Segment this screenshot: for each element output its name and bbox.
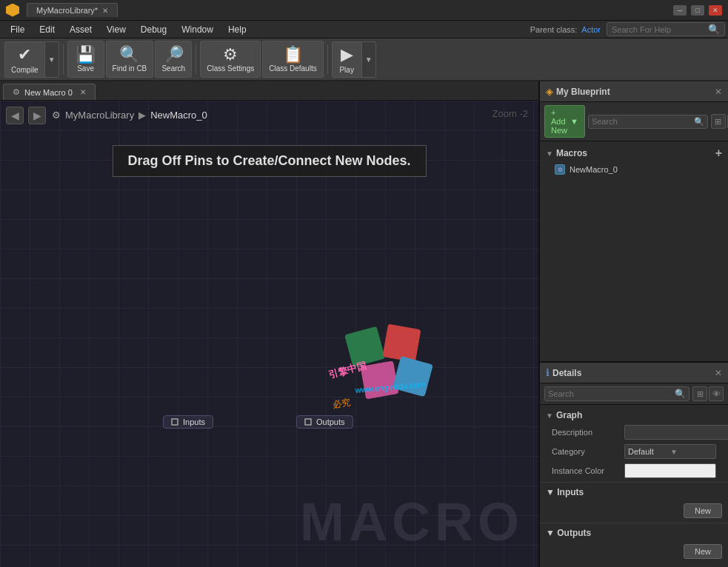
ue-logo-icon bbox=[6, 4, 19, 17]
class-defaults-label: Class Defaults bbox=[269, 64, 316, 73]
instance-color-picker[interactable] bbox=[624, 463, 716, 478]
main-area: ⚙ New Macro 0 ✕ ◀ ▶ ⚙ MyMacroLibrary ▶ N… bbox=[0, 81, 728, 567]
details-search-box[interactable]: 🔍 bbox=[544, 386, 689, 401]
graph-section-header[interactable]: ▼ Graph bbox=[540, 408, 728, 423]
save-icon: 💾 bbox=[76, 47, 96, 63]
description-input[interactable] bbox=[624, 425, 728, 440]
svg-text:www.enginedx.com: www.enginedx.com bbox=[354, 380, 425, 395]
find-in-cb-button[interactable]: 🔍 Find in CB bbox=[106, 41, 154, 78]
outputs-node-icon bbox=[304, 418, 312, 426]
new-outputs-button[interactable]: New bbox=[684, 544, 722, 559]
find-icon: 🔍 bbox=[119, 47, 139, 63]
close-button[interactable]: ✕ bbox=[709, 5, 722, 16]
menu-file[interactable]: File bbox=[3, 23, 32, 36]
nav-arrows: ◀ ▶ bbox=[6, 107, 46, 124]
class-defaults-icon: 📋 bbox=[283, 47, 303, 63]
menu-edit[interactable]: Edit bbox=[32, 23, 62, 36]
save-button[interactable]: 💾 Save bbox=[67, 41, 104, 78]
menu-debug[interactable]: Debug bbox=[133, 23, 174, 36]
compile-icon: ✔ bbox=[18, 45, 31, 64]
category-value: Default bbox=[628, 447, 670, 456]
blueprint-grid-view-button[interactable]: ⊞ bbox=[711, 114, 726, 129]
graph-section-label: Graph bbox=[556, 410, 582, 420]
outputs-node[interactable]: Outputs bbox=[296, 415, 353, 429]
watermark-tiles: 引擎中国 www.enginedx.com 必究 bbox=[289, 323, 467, 426]
inputs-node-label: Inputs bbox=[183, 417, 205, 426]
tab-close-icon[interactable]: ✕ bbox=[102, 7, 108, 15]
canvas-tab-close-icon[interactable]: ✕ bbox=[80, 88, 86, 96]
back-button[interactable]: ◀ bbox=[6, 107, 24, 124]
save-label: Save bbox=[77, 64, 94, 73]
class-settings-button[interactable]: ⚙ Class Settings bbox=[200, 41, 261, 78]
outputs-collapse-icon: ▼ bbox=[546, 528, 557, 538]
search-button[interactable]: 🔎 Search bbox=[155, 41, 192, 78]
macro-item-newmacro0[interactable]: ⚙ NewMacro_0 bbox=[540, 162, 728, 177]
details-panel-header: ℹ Details ✕ bbox=[540, 363, 728, 383]
play-button[interactable]: ▶ Play bbox=[332, 41, 361, 78]
titlebar: MyMacroLibrary* ✕ ─ □ ✕ bbox=[0, 0, 728, 21]
parent-class-label: Parent class: bbox=[530, 25, 578, 34]
compile-button[interactable]: ✔ Compile bbox=[4, 41, 44, 78]
search-for-help-box[interactable]: 🔍 bbox=[607, 22, 725, 36]
canvas-tab-macro[interactable]: ⚙ New Macro 0 ✕ bbox=[3, 84, 96, 100]
tab-label: MyMacroLibrary* bbox=[36, 6, 98, 15]
inputs-section-header[interactable]: ▼ Inputs bbox=[540, 484, 728, 500]
search-icon: 🔎 bbox=[164, 47, 184, 63]
inputs-section-label: ▼ Inputs bbox=[546, 487, 584, 497]
compile-dropdown[interactable]: ▼ bbox=[44, 41, 59, 78]
description-row: Description bbox=[540, 423, 728, 442]
macros-section-header[interactable]: ▼ Macros + bbox=[540, 144, 728, 162]
details-panel-close[interactable]: ✕ bbox=[715, 368, 722, 378]
forward-button[interactable]: ▶ bbox=[28, 107, 46, 124]
category-row: Category Default ▼ bbox=[540, 442, 728, 461]
menu-view[interactable]: View bbox=[99, 23, 133, 36]
blueprint-search-box[interactable]: 🔍 bbox=[588, 115, 708, 129]
search-for-help-input[interactable] bbox=[612, 25, 708, 34]
class-settings-icon: ⚙ bbox=[223, 47, 238, 63]
blueprint-view-buttons: ⊞ 👁 bbox=[711, 114, 728, 129]
new-inputs-button[interactable]: New bbox=[684, 503, 722, 518]
details-options-button[interactable]: 👁 bbox=[709, 386, 724, 401]
outputs-section-label: ▼ Outputs bbox=[546, 528, 591, 538]
description-label: Description bbox=[552, 428, 618, 437]
breadcrumb-current: NewMacro_0 bbox=[150, 110, 207, 121]
blueprint-panel: ◈ My Blueprint ✕ + Add New ▼ 🔍 ⊞ 👁 bbox=[540, 81, 728, 363]
outputs-section-header[interactable]: ▼ Outputs bbox=[540, 525, 728, 541]
macros-section-label: Macros bbox=[556, 148, 587, 158]
details-grid-view-button[interactable]: ⊞ bbox=[692, 386, 707, 401]
blueprint-search-input[interactable] bbox=[592, 117, 694, 126]
category-select[interactable]: Default ▼ bbox=[624, 444, 716, 459]
macros-add-button[interactable]: + bbox=[715, 147, 722, 159]
title-tab[interactable]: MyMacroLibrary* ✕ bbox=[27, 3, 118, 17]
blueprint-panel-title: My Blueprint bbox=[556, 87, 715, 97]
menu-help[interactable]: Help bbox=[221, 23, 254, 36]
macros-collapse-icon: ▼ bbox=[546, 150, 553, 158]
maximize-button[interactable]: □ bbox=[691, 5, 704, 16]
blueprint-panel-header: ◈ My Blueprint ✕ bbox=[540, 81, 728, 102]
play-label: Play bbox=[339, 66, 353, 74]
menu-asset[interactable]: Asset bbox=[62, 23, 99, 36]
blueprint-panel-close[interactable]: ✕ bbox=[715, 87, 722, 97]
search-help-icon[interactable]: 🔍 bbox=[708, 24, 720, 35]
inputs-node[interactable]: Inputs bbox=[163, 415, 213, 429]
add-new-button[interactable]: + Add New ▼ bbox=[544, 105, 585, 138]
details-search-input[interactable] bbox=[548, 389, 675, 398]
details-search-icon: 🔍 bbox=[675, 389, 686, 399]
class-defaults-button[interactable]: 📋 Class Defaults bbox=[262, 41, 323, 78]
menubar: File Edit Asset View Debug Window Help P… bbox=[0, 21, 728, 38]
compile-label: Compile bbox=[11, 66, 39, 74]
separator-1 bbox=[63, 44, 64, 74]
instance-color-row: Instance Color bbox=[540, 461, 728, 480]
canvas-tab-bar: ⚙ New Macro 0 ✕ bbox=[0, 81, 538, 101]
menu-window[interactable]: Window bbox=[174, 23, 221, 36]
add-new-arrow: ▼ bbox=[570, 117, 578, 126]
class-settings-label: Class Settings bbox=[207, 64, 254, 73]
canvas-viewport[interactable]: ◀ ▶ ⚙ MyMacroLibrary ▶ NewMacro_0 Zoom -… bbox=[0, 101, 538, 567]
section-divider-1 bbox=[540, 482, 728, 483]
separator-2 bbox=[196, 44, 196, 74]
minimize-button[interactable]: ─ bbox=[673, 5, 687, 16]
breadcrumb-library[interactable]: MyMacroLibrary bbox=[65, 110, 134, 121]
category-label: Category bbox=[552, 447, 618, 456]
play-dropdown[interactable]: ▼ bbox=[361, 41, 376, 78]
breadcrumb: ⚙ MyMacroLibrary ▶ NewMacro_0 bbox=[52, 110, 207, 121]
